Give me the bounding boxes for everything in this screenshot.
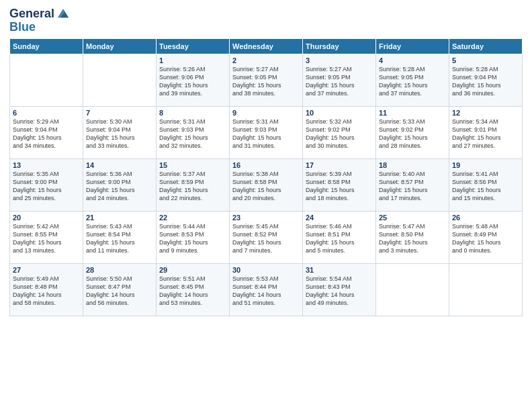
day-number: 22 [159,214,226,222]
cell-info-line: Sunset: 8:45 PM [159,283,226,291]
calendar-cell: 31Sunrise: 5:54 AMSunset: 8:43 PMDayligh… [303,264,376,316]
cell-info-line: Sunset: 9:00 PM [86,178,153,186]
day-number: 21 [86,214,153,222]
cell-info-line: Daylight: 15 hours [86,186,153,194]
cell-info-line: Sunset: 8:54 PM [86,230,153,238]
cell-info-line: Sunset: 9:03 PM [232,126,300,134]
calendar-cell: 26Sunrise: 5:48 AMSunset: 8:49 PMDayligh… [449,212,523,264]
day-number: 23 [232,214,300,222]
cell-info-line: and 33 minutes. [86,142,153,150]
cell-info-line: Sunset: 8:56 PM [452,178,519,186]
cell-info-line: Daylight: 15 hours [13,134,80,142]
calendar-cell: 16Sunrise: 5:38 AMSunset: 8:58 PMDayligh… [230,159,303,212]
day-number: 14 [86,161,153,169]
cell-info-line: and 32 minutes. [159,142,226,150]
cell-info-line: Sunrise: 5:28 AM [379,65,446,73]
calendar-cell: 1Sunrise: 5:26 AMSunset: 9:06 PMDaylight… [157,54,230,107]
col-header-wednesday: Wednesday [230,39,303,54]
cell-info-line: Daylight: 15 hours [232,81,300,89]
cell-info-line: Daylight: 15 hours [159,134,226,142]
day-number: 31 [306,266,373,274]
cell-info-line: Sunrise: 5:42 AM [13,222,80,230]
cell-info-line: and 25 minutes. [13,194,80,202]
calendar-cell: 3Sunrise: 5:27 AMSunset: 9:05 PMDaylight… [303,54,376,107]
cell-info-line: Daylight: 15 hours [452,186,519,194]
cell-info-line: Daylight: 15 hours [86,134,153,142]
cell-info-line: Sunrise: 5:44 AM [159,222,226,230]
day-number: 24 [306,214,373,222]
cell-info-line: and 36 minutes. [452,89,519,97]
calendar-cell: 20Sunrise: 5:42 AMSunset: 8:55 PMDayligh… [10,212,83,264]
cell-info-line: Daylight: 15 hours [306,238,373,246]
cell-info-line: Sunset: 8:58 PM [306,178,373,186]
cell-info-line: and 27 minutes. [452,142,519,150]
cell-info-line: Sunrise: 5:32 AM [306,118,373,126]
cell-info-line: Sunrise: 5:34 AM [452,118,519,126]
cell-info-line: Daylight: 15 hours [379,238,446,246]
day-number: 19 [452,161,519,169]
calendar-cell: 7Sunrise: 5:30 AMSunset: 9:04 PMDaylight… [83,107,157,159]
cell-info-line: Sunrise: 5:45 AM [232,222,300,230]
day-number: 7 [86,109,153,117]
cell-info-line: Daylight: 14 hours [86,291,153,299]
cell-info-line: Sunrise: 5:31 AM [159,118,226,126]
cell-info-line: and 24 minutes. [86,194,153,202]
cell-info-line: Sunset: 9:02 PM [379,126,446,134]
cell-info-line: and 20 minutes. [232,194,300,202]
calendar-cell: 24Sunrise: 5:46 AMSunset: 8:51 PMDayligh… [303,212,376,264]
col-header-friday: Friday [376,39,449,54]
cell-info-line: and 37 minutes. [306,89,373,97]
cell-info-line: Daylight: 14 hours [232,291,300,299]
cell-info-line: Sunset: 8:43 PM [306,283,373,291]
calendar-cell: 11Sunrise: 5:33 AMSunset: 9:02 PMDayligh… [376,107,449,159]
cell-info-line: Sunset: 9:05 PM [232,73,300,81]
day-number: 20 [13,214,80,222]
cell-info-line: Daylight: 15 hours [452,238,519,246]
cell-info-line: Daylight: 15 hours [159,186,226,194]
cell-info-line: and 0 minutes. [452,246,519,255]
cell-info-line: Daylight: 14 hours [306,291,373,299]
cell-info-line: Sunset: 9:04 PM [13,126,80,134]
cell-info-line: Sunrise: 5:48 AM [452,222,519,230]
cell-info-line: Sunset: 9:00 PM [13,178,80,186]
cell-info-line: Sunrise: 5:30 AM [86,118,153,126]
calendar-cell: 25Sunrise: 5:47 AMSunset: 8:50 PMDayligh… [376,212,449,264]
cell-info-line: Daylight: 14 hours [13,291,80,299]
cell-info-line: and 39 minutes. [159,89,226,97]
cell-info-line: Sunset: 8:47 PM [86,283,153,291]
day-number: 12 [452,109,519,117]
calendar-cell: 12Sunrise: 5:34 AMSunset: 9:01 PMDayligh… [449,107,523,159]
calendar-cell: 28Sunrise: 5:50 AMSunset: 8:47 PMDayligh… [83,264,157,316]
cell-info-line: Sunset: 8:52 PM [232,230,300,238]
calendar-cell: 18Sunrise: 5:40 AMSunset: 8:57 PMDayligh… [376,159,449,212]
calendar-cell: 19Sunrise: 5:41 AMSunset: 8:56 PMDayligh… [449,159,523,212]
cell-info-line: Sunset: 8:44 PM [232,283,300,291]
calendar-cell: 4Sunrise: 5:28 AMSunset: 9:05 PMDaylight… [376,54,449,107]
cell-info-line: Sunset: 8:53 PM [159,230,226,238]
cell-info-line: Sunrise: 5:26 AM [159,65,226,73]
cell-info-line: Sunrise: 5:51 AM [159,275,226,283]
cell-info-line: and 34 minutes. [13,142,80,150]
cell-info-line: and 11 minutes. [86,246,153,255]
cell-info-line: Sunset: 8:57 PM [379,178,446,186]
cell-info-line: and 13 minutes. [13,246,80,255]
day-number: 25 [379,214,446,222]
cell-info-line: Daylight: 15 hours [13,238,80,246]
cell-info-line: Sunset: 9:05 PM [379,73,446,81]
col-header-sunday: Sunday [10,39,83,54]
cell-info-line: and 31 minutes. [232,142,300,150]
cell-info-line: Daylight: 14 hours [159,291,226,299]
cell-info-line: and 22 minutes. [159,194,226,202]
col-header-saturday: Saturday [449,39,523,54]
col-header-monday: Monday [83,39,157,54]
day-number: 28 [86,266,153,274]
calendar-cell: 30Sunrise: 5:53 AMSunset: 8:44 PMDayligh… [230,264,303,316]
cell-info-line: Sunset: 8:48 PM [13,283,80,291]
cell-info-line: Daylight: 15 hours [232,238,300,246]
cell-info-line: Sunrise: 5:28 AM [452,65,519,73]
cell-info-line: Daylight: 15 hours [379,186,446,194]
calendar-cell: 22Sunrise: 5:44 AMSunset: 8:53 PMDayligh… [157,212,230,264]
cell-info-line: and 18 minutes. [306,194,373,202]
cell-info-line: Sunrise: 5:49 AM [13,275,80,283]
calendar-cell: 8Sunrise: 5:31 AMSunset: 9:03 PMDaylight… [157,107,230,159]
